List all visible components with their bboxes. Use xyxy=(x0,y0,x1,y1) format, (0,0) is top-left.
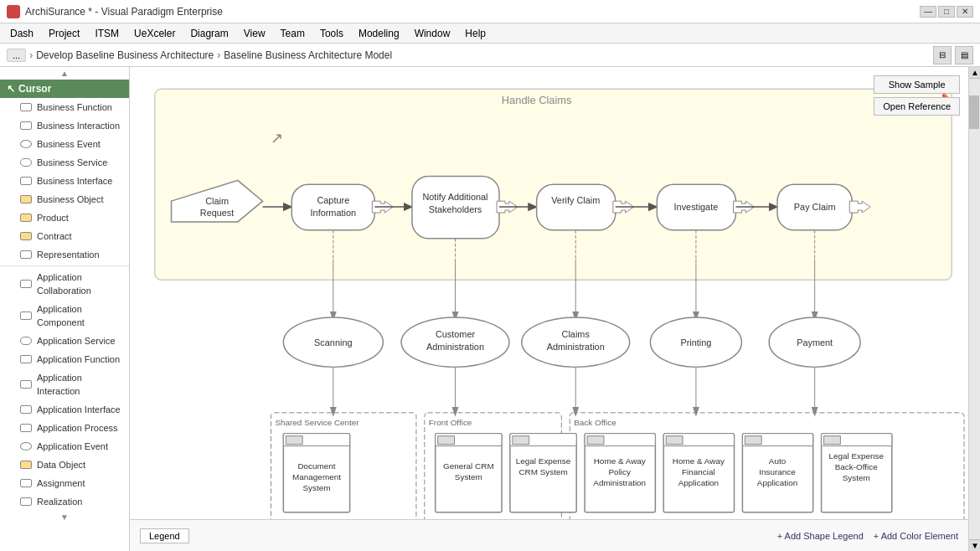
sidebar-item-application-collaboration[interactable]: Application Collaboration xyxy=(0,268,129,300)
sidebar-item-label: Application Collaboration xyxy=(37,270,122,297)
breadcrumb: ... › Develop Baseline Business Architec… xyxy=(0,44,980,67)
svg-text:CRM System: CRM System xyxy=(518,467,567,476)
svg-text:Legal Expense: Legal Expense xyxy=(516,456,571,466)
breadcrumb-icon-2[interactable]: ▤ xyxy=(955,46,973,64)
sidebar-scroll-down[interactable]: ▼ xyxy=(0,511,129,523)
sidebar-item-application-interaction[interactable]: Application Interaction xyxy=(0,368,129,400)
menu-item-view[interactable]: View xyxy=(237,26,272,41)
svg-text:Stakeholders: Stakeholders xyxy=(429,204,482,214)
sidebar-item-product[interactable]: Product xyxy=(0,209,129,227)
func-icon xyxy=(20,497,32,506)
sidebar-item-assignment[interactable]: Assignment xyxy=(0,474,129,492)
breadcrumb-back-button[interactable]: ... xyxy=(7,49,26,62)
sidebar-item-application-event[interactable]: Application Event xyxy=(0,437,129,456)
repr-icon xyxy=(20,250,32,259)
sidebar-header-label: Cursor xyxy=(18,83,51,95)
sidebar-section-business: Business FunctionBusiness InteractionBus… xyxy=(0,98,129,511)
close-button[interactable]: ✕ xyxy=(957,6,973,18)
svg-marker-52 xyxy=(812,407,818,417)
func-icon xyxy=(20,312,32,320)
verify-claim-shape xyxy=(537,184,616,230)
menu-item-help[interactable]: Help xyxy=(458,26,493,41)
svg-text:Policy: Policy xyxy=(609,467,631,476)
breadcrumb-icon-1[interactable]: ⊟ xyxy=(933,46,952,64)
menu-item-project[interactable]: Project xyxy=(42,26,86,41)
svg-text:Claim: Claim xyxy=(205,196,229,206)
sidebar-item-business-interface[interactable]: Business Interface xyxy=(0,172,129,190)
svg-text:General CRM: General CRM xyxy=(443,461,494,471)
func-icon xyxy=(20,479,32,487)
menu-item-team[interactable]: Team xyxy=(274,26,312,41)
svg-text:Application: Application xyxy=(678,478,719,487)
svg-marker-50 xyxy=(693,407,699,417)
sidebar-item-application-component[interactable]: Application Component xyxy=(0,300,129,332)
sidebar-item-business-interaction[interactable]: Business Interaction xyxy=(0,116,129,135)
svg-text:Insurance: Insurance xyxy=(759,467,796,476)
svg-text:↗: ↗ xyxy=(271,130,283,147)
svg-text:Printing: Printing xyxy=(680,337,711,348)
sidebar-item-business-function[interactable]: Business Function xyxy=(0,98,129,116)
main-layout: ▲ ↖ Cursor Business FunctionBusiness Int… xyxy=(0,67,980,551)
open-reference-button[interactable]: Open Reference xyxy=(874,97,960,116)
breadcrumb-item-1[interactable]: Develop Baseline Business Architecture xyxy=(36,49,214,61)
svg-text:Back Office: Back Office xyxy=(574,418,616,427)
scroll-up-button[interactable]: ▲ xyxy=(969,67,980,79)
sidebar-item-business-object[interactable]: Business Object xyxy=(0,190,129,209)
sidebar-divider-application xyxy=(0,265,129,266)
sidebar-item-realization[interactable]: Realization xyxy=(0,492,129,511)
svg-text:Management: Management xyxy=(292,472,341,481)
sidebar-item-data-object[interactable]: Data Object xyxy=(0,456,129,474)
add-shape-legend-button[interactable]: + Add Shape Legend xyxy=(777,531,864,541)
window-controls[interactable]: — □ ✕ xyxy=(920,6,973,18)
sidebar-item-application-interface[interactable]: Application Interface xyxy=(0,400,129,419)
diagram-svg[interactable]: Handle Claims 📌 Claim Request Capture In… xyxy=(130,67,968,551)
vertical-scrollbar[interactable]: ▲ ▼ xyxy=(968,67,980,551)
sidebar-header: ↖ Cursor xyxy=(0,80,129,98)
breadcrumb-separator-1: › xyxy=(29,49,33,61)
sidebar-item-label: Business Event xyxy=(37,137,101,151)
minimize-button[interactable]: — xyxy=(920,6,936,18)
menu-item-tools[interactable]: Tools xyxy=(313,26,350,41)
svg-text:Application: Application xyxy=(757,478,797,487)
scroll-track[interactable] xyxy=(969,79,980,539)
window-title: ArchiSurance * - Visual Paradigm Enterpr… xyxy=(25,6,920,18)
sidebar-item-label: Contract xyxy=(37,229,72,243)
menu-item-itsm[interactable]: ITSM xyxy=(88,26,126,41)
svg-text:Legal Expense: Legal Expense xyxy=(828,451,884,461)
sidebar-item-application-process[interactable]: Application Process xyxy=(0,419,129,437)
svg-text:Administration: Administration xyxy=(426,342,484,352)
svg-text:Shared Service Center: Shared Service Center xyxy=(275,418,359,427)
interact-icon xyxy=(20,380,32,389)
scroll-down-button[interactable]: ▼ xyxy=(969,539,980,551)
sidebar-item-business-event[interactable]: Business Event xyxy=(0,135,129,153)
svg-rect-70 xyxy=(587,436,604,445)
sidebar-scroll-up[interactable]: ▲ xyxy=(0,67,129,80)
menu-item-diagram[interactable]: Diagram xyxy=(183,26,235,41)
diagram-canvas-area[interactable]: Show Sample Open Reference Handle Claims… xyxy=(130,67,968,551)
scroll-thumb[interactable] xyxy=(969,95,979,129)
menu-item-modeling[interactable]: Modeling xyxy=(352,26,406,41)
svg-text:Pay Claim: Pay Claim xyxy=(794,202,836,212)
app-icon xyxy=(7,5,20,18)
svg-text:Auto: Auto xyxy=(769,456,787,466)
sidebar-item-contract[interactable]: Contract xyxy=(0,227,129,245)
svg-text:Verify Claim: Verify Claim xyxy=(551,195,600,205)
menu-item-uexceler[interactable]: UeXceler xyxy=(127,26,182,41)
sidebar-item-business-service[interactable]: Business Service xyxy=(0,153,129,172)
legend-button[interactable]: Legend xyxy=(140,528,189,543)
sidebar-item-label: Application Service xyxy=(37,334,116,348)
menu-item-window[interactable]: Window xyxy=(408,26,457,41)
func-icon xyxy=(20,355,32,363)
menu-item-dash[interactable]: Dash xyxy=(3,26,40,41)
sidebar-item-application-service[interactable]: Application Service xyxy=(0,332,129,350)
maximize-button[interactable]: □ xyxy=(938,6,955,18)
add-color-element-button[interactable]: + Add Color Element xyxy=(874,531,958,541)
svg-text:Scanning: Scanning xyxy=(314,337,352,348)
contract-icon xyxy=(20,232,32,240)
product-icon xyxy=(20,214,32,222)
breadcrumb-item-2[interactable]: Baseline Business Architecture Model xyxy=(224,49,392,61)
sidebar-item-representation[interactable]: Representation xyxy=(0,245,129,264)
sidebar-item-application-function[interactable]: Application Function xyxy=(0,350,129,368)
svg-text:System: System xyxy=(455,472,482,481)
show-sample-button[interactable]: Show Sample xyxy=(874,75,960,94)
